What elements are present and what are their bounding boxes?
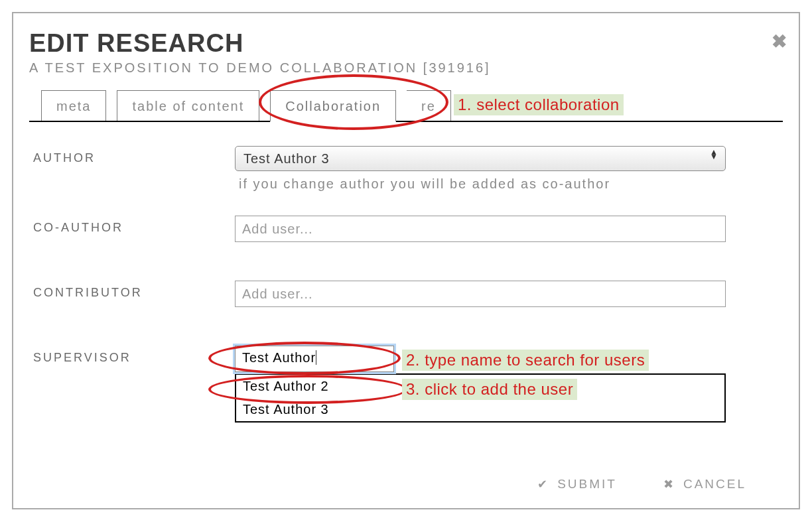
cancel-button-label: CANCEL bbox=[683, 477, 746, 491]
supervisor-option-1[interactable]: Test Author 2 bbox=[236, 375, 724, 398]
coauthor-field bbox=[235, 216, 726, 242]
supervisor-dropdown: Test Author 2 Test Author 3 bbox=[235, 373, 726, 423]
select-arrows-icon: ▲▼ bbox=[710, 150, 718, 159]
supervisor-option-2[interactable]: Test Author 3 bbox=[236, 398, 724, 421]
supervisor-label: SUPERVISOR bbox=[29, 346, 235, 365]
tabs: meta table of content Collaboration re bbox=[29, 90, 783, 122]
supervisor-input[interactable]: Test Author bbox=[235, 346, 394, 372]
coauthor-row: CO-AUTHOR bbox=[29, 216, 783, 242]
cancel-button[interactable]: ✖ CANCEL bbox=[649, 470, 760, 499]
coauthor-input[interactable] bbox=[235, 216, 726, 242]
author-select[interactable]: Test Author 3 ▲▼ bbox=[235, 146, 726, 171]
supervisor-input-value: Test Author bbox=[242, 350, 316, 365]
submit-button-label: SUBMIT bbox=[557, 477, 617, 491]
author-select-value: Test Author 3 bbox=[243, 151, 330, 166]
footer-buttons: ✔ SUBMIT ✖ CANCEL bbox=[523, 470, 760, 499]
tab-meta[interactable]: meta bbox=[41, 90, 106, 121]
tab-table-of-content[interactable]: table of content bbox=[117, 90, 259, 121]
contributor-label: CONTRIBUTOR bbox=[29, 281, 235, 300]
author-label: AUTHOR bbox=[29, 146, 235, 165]
close-icon[interactable]: ✖ bbox=[772, 31, 787, 52]
tab-collaboration[interactable]: Collaboration bbox=[270, 90, 396, 122]
contributor-row: CONTRIBUTOR bbox=[29, 281, 783, 307]
supervisor-field: Test Author Test Author 2 Test Author 3 bbox=[235, 346, 726, 423]
dialog-title: EDIT RESEARCH bbox=[29, 29, 783, 58]
tabs-container: meta table of content Collaboration re 1… bbox=[29, 90, 783, 122]
author-help-text: if you change author you will be added a… bbox=[235, 176, 726, 192]
edit-research-dialog: ✖ EDIT RESEARCH A TEST EXPOSITION TO DEM… bbox=[12, 12, 800, 509]
coauthor-label: CO-AUTHOR bbox=[29, 216, 235, 235]
x-icon: ✖ bbox=[663, 477, 675, 491]
dialog-subtitle: A TEST EXPOSITION TO DEMO COLLABORATION … bbox=[29, 60, 783, 76]
contributor-input[interactable] bbox=[235, 281, 726, 307]
author-field: Test Author 3 ▲▼ if you change author yo… bbox=[235, 146, 726, 192]
check-icon: ✔ bbox=[537, 477, 549, 491]
contributor-field bbox=[235, 281, 726, 307]
author-row: AUTHOR Test Author 3 ▲▼ if you change au… bbox=[29, 146, 783, 192]
tab-re[interactable]: re bbox=[407, 90, 451, 121]
submit-button[interactable]: ✔ SUBMIT bbox=[523, 470, 631, 499]
supervisor-row: SUPERVISOR Test Author Test Author 2 Tes… bbox=[29, 346, 783, 423]
